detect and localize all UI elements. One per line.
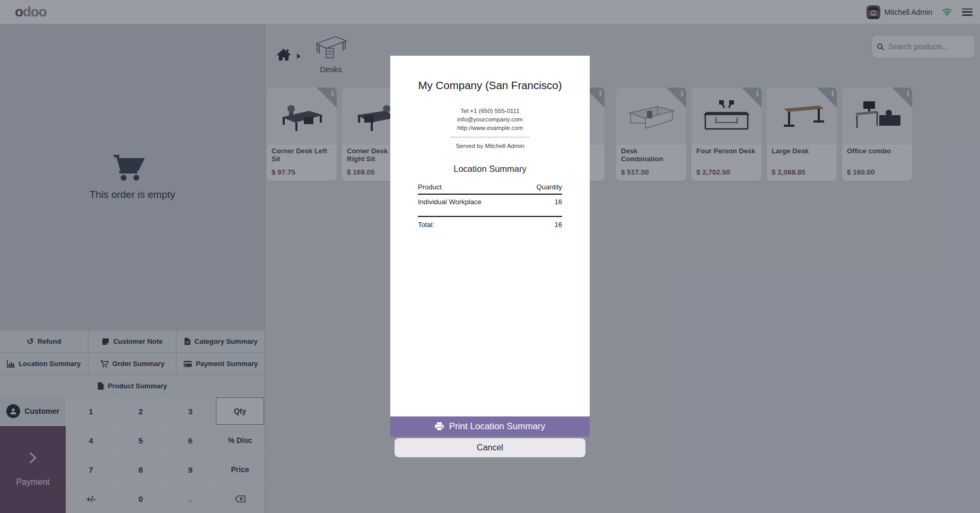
table-row: Individual Workplace 16 <box>418 195 562 206</box>
company-name: My Company (San Francisco) <box>390 79 590 92</box>
company-website: http://www.example.com <box>390 124 590 132</box>
row-quantity: 16 <box>555 197 562 206</box>
receipt-preview: My Company (San Francisco) Tel:+1 (650) … <box>390 56 590 416</box>
total-value: 16 <box>555 220 562 229</box>
company-email: info@yourcompany.com <box>390 115 590 124</box>
print-location-summary-button[interactable]: Print Location Summary <box>390 416 590 437</box>
receipt-title: Location Summary <box>390 163 590 175</box>
printer-icon <box>435 422 444 431</box>
table-divider <box>418 206 562 217</box>
column-header-product: Product <box>418 183 442 191</box>
total-row: Total: 16 <box>418 217 562 229</box>
total-label: Total: <box>418 220 434 229</box>
served-by: Served by Mitchell Admin <box>390 142 590 150</box>
cancel-button[interactable]: Cancel <box>395 438 585 457</box>
row-product: Individual Workplace <box>418 197 482 206</box>
column-header-quantity: Quantity <box>537 183 562 191</box>
company-phone: Tel:+1 (650) 555-0111 <box>390 107 590 115</box>
receipt-separator: -------------------------------- <box>390 133 590 140</box>
location-summary-dialog: My Company (San Francisco) Tel:+1 (650) … <box>390 56 590 457</box>
summary-table: Product Quantity Individual Workplace 16… <box>418 183 562 229</box>
